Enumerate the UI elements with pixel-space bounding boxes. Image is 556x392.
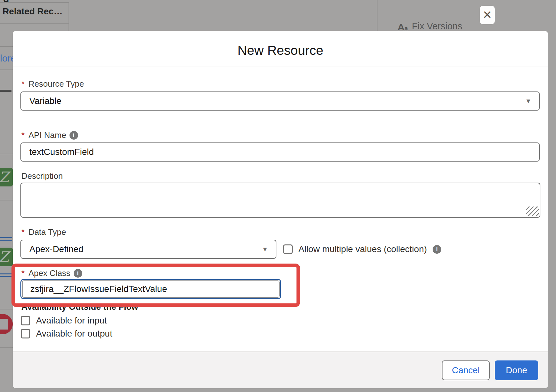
data-type-label: *Data Type [21,227,66,237]
modal-footer: Cancel Done [13,352,548,388]
text-lines-fragment [0,273,12,279]
resource-type-value: Variable [21,96,62,106]
active-tab-underline [0,90,11,92]
header-divider [13,67,548,67]
description-label: Description [21,171,63,181]
row-border [0,347,13,348]
available-for-output-label: Available for output [36,329,112,339]
new-resource-modal: New Resource *Resource Type Variable ▼ *… [13,31,548,388]
required-marker: * [21,227,25,237]
related-records-tab: Related Rec… [3,6,62,17]
panel-border [0,46,13,47]
allow-multiple-checkbox[interactable] [283,244,293,254]
logo-z-glyph: Z [0,248,9,265]
row-border [0,154,13,154]
tab-divider [69,2,69,31]
available-for-output-checkbox[interactable] [21,329,30,338]
row-border [0,309,13,309]
availability-heading: Availability Outside the Flow [21,302,138,312]
row-border [0,200,13,200]
chevron-down-icon: ▼ [262,246,268,253]
close-icon: ✕ [482,8,492,22]
data-type-select[interactable]: Apex-Defined ▼ [20,240,276,259]
available-for-output-row: Available for output [21,329,112,339]
info-icon[interactable]: i [433,245,441,254]
chevron-down-icon: ▼ [525,98,531,105]
jira-connector-logo: Z [0,168,13,186]
allow-multiple-row: Allow multiple values (collection) i [283,240,441,259]
done-button[interactable]: Done [495,360,538,380]
screen: d Related Rec… lore Z Z Aa Fix Versions … [0,0,556,392]
required-marker: * [21,130,25,140]
resource-type-select[interactable]: Variable ▼ [20,91,540,111]
info-icon[interactable]: i [70,131,78,140]
fix-versions-field-label: Fix Versions [412,21,462,32]
api-name-input[interactable] [20,142,540,162]
tab-border [0,23,69,24]
blocked-status-icon [0,314,13,334]
close-button[interactable]: ✕ [480,6,495,24]
logo-z-glyph: Z [0,169,9,186]
text-lines-fragment [0,237,12,242]
resource-type-label: *Resource Type [21,79,84,89]
resize-handle[interactable] [526,207,539,216]
cancel-button[interactable]: Cancel [442,360,490,380]
tab-border [0,2,69,3]
panel-divider [377,0,377,31]
available-for-input-checkbox[interactable] [21,316,30,325]
available-for-input-row: Available for input [21,316,107,326]
row-border [0,246,13,246]
description-textarea[interactable] [20,183,540,218]
info-icon[interactable]: i [74,269,82,278]
required-marker: * [21,268,25,278]
api-name-label: *API Name i [21,130,78,140]
modal-title: New Resource [13,43,548,58]
apex-class-input[interactable]: zsfjira__ZFlowIssueFieldTextValue [22,280,280,298]
apex-class-label: *Apex Class i [21,268,82,278]
available-for-input-label: Available for input [36,316,107,326]
allow-multiple-label: Allow multiple values (collection) [298,244,427,254]
panel-border [0,69,13,70]
apex-class-input-focus-ring: zsfjira__ZFlowIssueFieldTextValue [20,279,281,299]
data-type-value: Apex-Defined [21,244,84,254]
jira-connector-logo: Z [0,248,13,266]
required-marker: * [21,79,25,89]
